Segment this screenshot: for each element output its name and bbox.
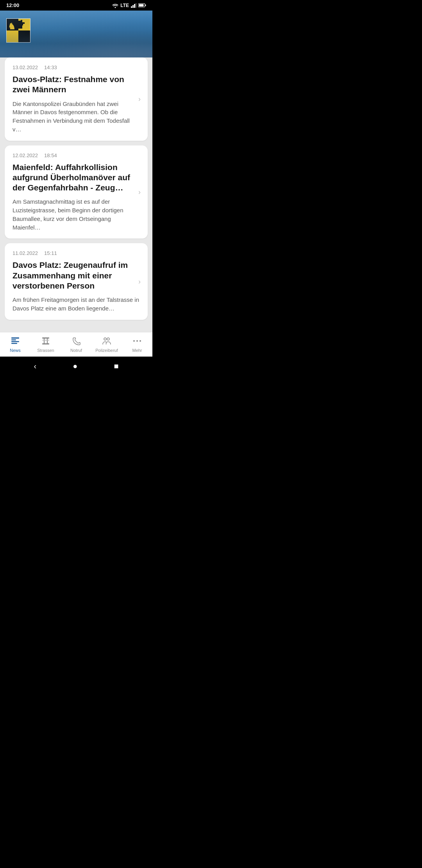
polizeiberuf-icon — [101, 335, 112, 346]
svg-point-30 — [139, 340, 141, 342]
svg-point-26 — [104, 338, 106, 340]
svg-rect-6 — [139, 4, 144, 7]
news-meta: 11.02.2022 15:11 — [13, 250, 140, 256]
status-time: 12:00 — [6, 2, 19, 8]
back-button[interactable]: ‹ — [34, 362, 37, 371]
news-title: Davos Platz: Zeugenaufruf im Zusammenhan… — [13, 260, 140, 291]
svg-rect-19 — [11, 341, 19, 343]
svg-rect-21 — [42, 337, 49, 339]
nav-item-notruf[interactable]: Notruf — [61, 335, 91, 353]
svg-rect-20 — [11, 343, 17, 344]
news-feed[interactable]: 13.02.2022 14:33 Davos-Platz: Festnahme … — [0, 57, 152, 332]
system-nav-bar: ‹ ● ■ — [0, 357, 152, 375]
status-indicators: LTE — [112, 3, 146, 8]
news-time: 14:33 — [44, 65, 57, 70]
svg-rect-22 — [44, 339, 45, 344]
news-icon — [10, 335, 21, 346]
nav-item-news[interactable]: News — [0, 335, 30, 353]
app-container: ♞ 13.02.2022 14:33 Davos-Platz: Festnahm… — [0, 11, 152, 357]
nav-item-polizeiberuf[interactable]: Polizeiberuf — [91, 335, 122, 353]
svg-rect-18 — [11, 339, 16, 341]
strassen-icon — [40, 335, 51, 346]
chevron-right-icon: › — [138, 277, 141, 285]
news-meta: 13.02.2022 14:33 — [13, 65, 140, 70]
news-excerpt: Die Kantonspolizei Graubünden hat zwei M… — [13, 100, 140, 134]
svg-rect-17 — [11, 337, 19, 339]
nav-label-strassen: Strassen — [37, 348, 54, 353]
svg-rect-23 — [47, 339, 48, 344]
bottom-nav: News Strassen N — [0, 332, 152, 357]
nav-item-strassen[interactable]: Strassen — [30, 335, 61, 353]
news-card[interactable]: 12.02.2022 18:54 Maienfeld: Auffahrkolli… — [5, 145, 148, 239]
svg-point-28 — [133, 340, 135, 342]
svg-rect-25 — [42, 340, 49, 341]
nav-label-mehr: Mehr — [132, 348, 142, 353]
chevron-right-icon: › — [138, 188, 141, 196]
svg-rect-0 — [131, 6, 132, 8]
news-date: 12.02.2022 — [13, 152, 38, 158]
nav-label-notruf: Notruf — [70, 348, 82, 353]
news-excerpt: Am frühen Freitagmorgen ist an der Talst… — [13, 296, 140, 313]
nav-label-news: News — [10, 348, 21, 353]
header: ♞ — [0, 11, 152, 57]
recents-button[interactable]: ■ — [114, 362, 118, 371]
news-meta: 12.02.2022 18:54 — [13, 152, 140, 158]
news-title: Maienfeld: Auffahrkollision aufgrund Übe… — [13, 162, 140, 193]
svg-rect-5 — [145, 5, 146, 6]
home-button[interactable]: ● — [73, 362, 77, 371]
svg-rect-3 — [136, 3, 136, 8]
nav-item-mehr[interactable]: Mehr — [122, 335, 152, 353]
news-date: 13.02.2022 — [13, 65, 38, 70]
news-card[interactable]: 13.02.2022 14:33 Davos-Platz: Festnahme … — [5, 57, 148, 141]
wifi-icon — [112, 3, 118, 8]
chevron-right-icon: › — [138, 95, 141, 103]
news-card[interactable]: 11.02.2022 15:11 Davos Platz: Zeugenaufr… — [5, 243, 148, 319]
status-bar: 12:00 LTE — [0, 0, 152, 11]
news-excerpt: Am Samstagnachmittag ist es auf der Luzi… — [13, 197, 140, 231]
svg-rect-2 — [134, 4, 135, 8]
news-title: Davos-Platz: Festnahme von zwei Männern — [13, 74, 140, 95]
signal-icon — [131, 3, 136, 8]
news-time: 18:54 — [44, 152, 57, 158]
svg-rect-1 — [132, 5, 134, 8]
notruf-icon — [71, 335, 82, 346]
mehr-icon — [132, 335, 143, 346]
lte-icon: LTE — [120, 3, 129, 8]
svg-rect-24 — [42, 343, 49, 344]
svg-point-27 — [107, 338, 109, 340]
nav-label-polizeiberuf: Polizeiberuf — [95, 348, 118, 353]
battery-icon — [138, 3, 146, 7]
news-time: 15:11 — [44, 250, 57, 256]
news-date: 11.02.2022 — [13, 250, 38, 256]
svg-point-29 — [136, 340, 138, 342]
